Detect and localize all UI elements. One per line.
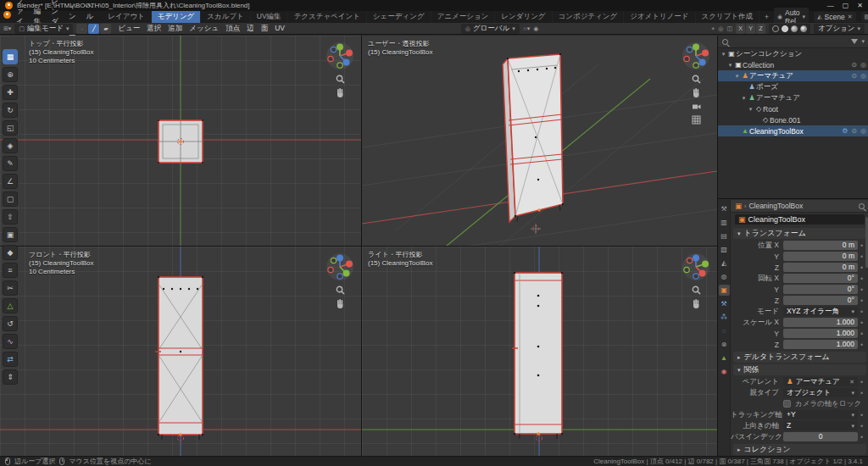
menu-edit[interactable]: 編集: [29, 11, 47, 23]
axis-gizmo[interactable]: [682, 42, 710, 70]
rotation-x-field[interactable]: 0°: [783, 274, 858, 283]
outliner-row-bone-001[interactable]: ◇ Bone.001: [718, 114, 868, 125]
render-tab-icon[interactable]: ▥: [719, 217, 730, 228]
outliner-row-scene-collection[interactable]: ▾ ▣ シーンコレクション: [718, 48, 868, 59]
tab-texture-paint[interactable]: テクスチャペイント: [288, 11, 367, 23]
tab-compositing[interactable]: コンポジティング: [553, 11, 625, 23]
location-z-field[interactable]: 0 m: [783, 263, 858, 272]
decorate-icon[interactable]: [858, 422, 865, 430]
hide-eye-icon[interactable]: ⊙: [851, 61, 857, 69]
decorate-icon[interactable]: [858, 297, 865, 305]
outliner-row-armature-object[interactable]: ▾ ♟ アーマチュア ⊙◎: [718, 70, 868, 81]
collections-section-header[interactable]: ▸コレクション: [733, 444, 866, 455]
transform-section-header[interactable]: ▾トランスフォーム: [733, 228, 866, 239]
tab-sculpting[interactable]: スカルプト: [201, 11, 251, 23]
decorate-icon[interactable]: [858, 275, 865, 283]
axis-gizmo[interactable]: [682, 252, 710, 281]
tool-tab-icon[interactable]: ⚒: [719, 203, 730, 214]
filter-icon[interactable]: [851, 39, 858, 44]
tab-uv-editing[interactable]: UV編集: [251, 11, 288, 23]
tool-smooth[interactable]: ∿: [3, 334, 18, 349]
expand-icon[interactable]: ▾: [747, 106, 754, 113]
viewlayer-selector[interactable]: ▧ ViewLayer ✕: [861, 12, 868, 22]
menu-uv[interactable]: UV: [271, 24, 288, 34]
pan-hand-icon[interactable]: [336, 88, 345, 97]
tab-rendering[interactable]: レンダリング: [495, 11, 552, 23]
tool-scale[interactable]: ◱: [3, 120, 18, 136]
menu-edge[interactable]: 辺: [243, 24, 258, 34]
expand-icon[interactable]: ▾: [726, 62, 734, 69]
mode-dropdown[interactable]: ▢ 編集モード ▾: [14, 24, 73, 34]
outliner-row-root-bone[interactable]: ▾ ◇ Root: [718, 103, 868, 114]
menu-file[interactable]: ファイル: [11, 11, 29, 23]
zoom-icon[interactable]: [336, 286, 345, 295]
parent-field[interactable]: ♟ アーマチュア ✕: [783, 377, 858, 386]
snap-magnet-icon[interactable]: ∩▾: [523, 25, 531, 32]
menu-help[interactable]: ヘルプ: [81, 11, 99, 23]
mirror-y-button[interactable]: Y: [746, 24, 755, 34]
outliner-row-armature-data[interactable]: ▾ ♟ アーマチュア: [718, 92, 868, 103]
search-icon[interactable]: [859, 203, 865, 209]
scene-tab-icon[interactable]: ◭: [719, 258, 730, 269]
zoom-icon[interactable]: [692, 75, 701, 84]
tool-annotate[interactable]: ✎: [3, 156, 18, 171]
tool-shrink-fatten[interactable]: ⇕: [3, 369, 18, 385]
location-y-field[interactable]: 0 m: [783, 252, 858, 261]
camera-visibility-icon[interactable]: ◎: [860, 72, 866, 80]
tab-animation[interactable]: アニメーション: [431, 11, 496, 23]
zoom-icon[interactable]: [336, 75, 345, 84]
tab-shading[interactable]: シェーディング: [367, 11, 431, 23]
physics-tab-icon[interactable]: ◌: [719, 325, 730, 336]
viewport-right[interactable]: ライト・平行投影 (15) CleaningToolBox: [362, 247, 717, 456]
tracking-axis-dropdown[interactable]: +Y: [783, 410, 858, 419]
options-dropdown[interactable]: オプション ▾: [814, 24, 865, 34]
scale-y-field[interactable]: 1.000: [783, 329, 858, 338]
face-select-button[interactable]: ▰: [100, 24, 111, 34]
tool-move[interactable]: ✚: [3, 85, 18, 100]
expand-icon[interactable]: ▾: [720, 51, 727, 58]
menu-vertex[interactable]: 頂点: [222, 24, 243, 34]
close-button[interactable]: ✕: [857, 2, 863, 9]
tool-edge-slide[interactable]: ⇄: [3, 352, 18, 367]
tool-poly-build[interactable]: △: [3, 298, 18, 313]
proportional-edit-icon[interactable]: ◉: [533, 25, 538, 32]
hide-eye-icon[interactable]: ⊙: [851, 72, 857, 80]
grid-toggle-icon[interactable]: [692, 115, 701, 125]
expand-icon[interactable]: ▾: [733, 73, 741, 80]
viewport-user[interactable]: ユーザー・透視投影 (15) CleaningToolBox: [362, 36, 717, 246]
vertex-select-button[interactable]: ∙: [76, 24, 87, 34]
menu-mesh[interactable]: メッシュ: [186, 24, 222, 34]
axis-gizmo[interactable]: [326, 42, 354, 70]
tool-inset[interactable]: ▣: [3, 227, 18, 242]
decorate-icon[interactable]: [858, 286, 865, 294]
viewport-front[interactable]: フロント・平行投影 (15) CleaningToolBox 10 Centim…: [0, 247, 361, 456]
object-name-field[interactable]: ▣ CleaningToolBox: [735, 214, 865, 225]
material-shading-icon[interactable]: [791, 25, 798, 32]
menu-add[interactable]: 追加: [164, 24, 186, 34]
modifiers-tab-icon[interactable]: ⚒: [719, 298, 730, 309]
edge-select-button[interactable]: ╱: [88, 24, 99, 34]
rendered-shading-icon[interactable]: [800, 25, 807, 32]
overlays-toggle-icon[interactable]: ◎: [718, 25, 723, 32]
expand-icon[interactable]: ▾: [740, 95, 748, 102]
wireframe-shading-icon[interactable]: [772, 25, 779, 32]
tool-bevel[interactable]: ◆: [3, 245, 18, 260]
tool-spin[interactable]: ↺: [3, 316, 18, 331]
add-workspace-button[interactable]: +: [760, 11, 774, 23]
camera-lock-checkbox[interactable]: [783, 400, 791, 408]
pass-index-field[interactable]: 0: [783, 432, 858, 441]
app-menu-icon[interactable]: [3, 11, 11, 19]
parent-type-dropdown[interactable]: オブジェクト: [783, 388, 858, 397]
xray-toggle-icon[interactable]: ◫: [726, 25, 732, 32]
hide-eye-icon[interactable]: ⊙: [851, 127, 857, 135]
tool-loop-cut[interactable]: ≡: [3, 263, 18, 278]
viewport-top[interactable]: トップ・平行投影 (15) CleaningToolBox 10 Centime…: [0, 36, 361, 246]
menu-window[interactable]: ウィンドウ: [64, 11, 81, 23]
rotation-mode-dropdown[interactable]: XYZ オイラー角: [783, 307, 858, 316]
menu-face[interactable]: 面: [258, 24, 272, 34]
object-data-tab-icon[interactable]: ▲: [719, 352, 730, 363]
decorate-icon[interactable]: [858, 308, 865, 316]
zoom-icon[interactable]: [692, 286, 701, 295]
rotation-y-field[interactable]: 0°: [783, 285, 858, 294]
unlink-scene-icon[interactable]: ✕: [848, 14, 853, 20]
